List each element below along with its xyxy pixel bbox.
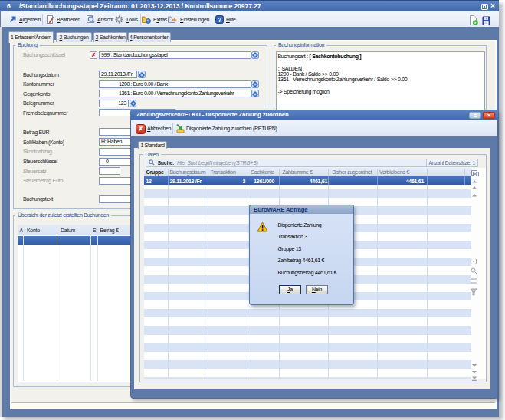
svg-text:?: ?: [218, 15, 221, 23]
